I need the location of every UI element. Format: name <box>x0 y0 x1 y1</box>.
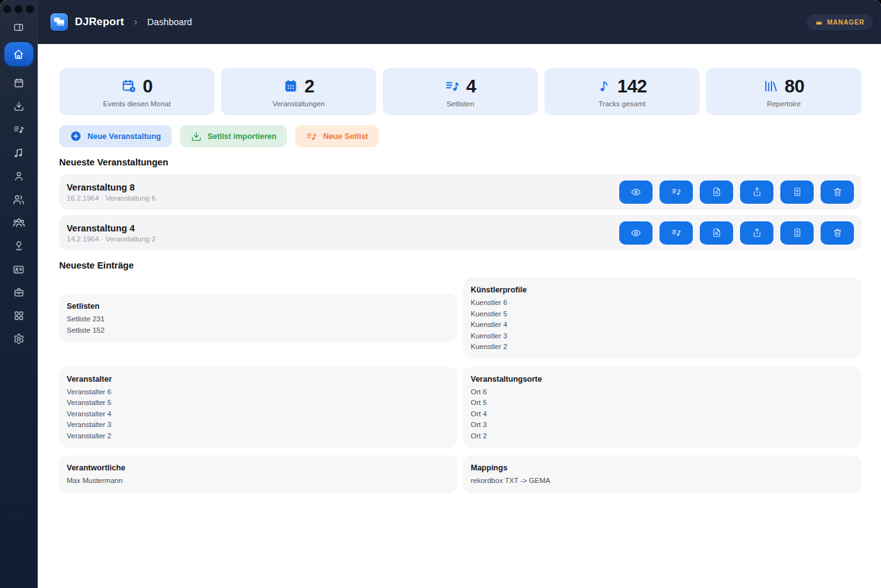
view-button[interactable] <box>619 221 653 245</box>
music-notes-icon <box>13 147 25 159</box>
briefcase-icon <box>13 287 25 298</box>
list-item: Kuenstler 4 <box>471 319 854 331</box>
entry-card-verantwortliche: Verantwortliche Max Mustermann <box>59 455 457 493</box>
app-logo-icon <box>50 13 68 31</box>
id-badge-icon <box>792 187 802 197</box>
sidebar-item-apps[interactable] <box>4 309 33 322</box>
sidebar-item-tracks[interactable] <box>4 147 33 159</box>
details-button[interactable] <box>700 180 733 204</box>
sidebar-item-groups[interactable] <box>4 216 33 229</box>
entry-card-mappings: Mappings rekordbox TXT -> GEMA <box>463 455 861 493</box>
list-item: Ort 4 <box>471 409 854 420</box>
manager-badge-label: MANAGER <box>827 18 865 26</box>
list-item: Veranstalter 5 <box>67 397 450 409</box>
breadcrumb: DJReport Dashboard <box>50 13 192 31</box>
library-icon <box>763 79 778 94</box>
event-info: Veranstaltung 8 16.2.1964 · Veranstaltun… <box>67 182 155 202</box>
map-pin-icon <box>13 240 25 252</box>
sidebar-item-venues[interactable] <box>4 240 33 252</box>
stat-value: 80 <box>785 76 804 97</box>
entry-card-kuenstlerprofile: Künstlerprofile Kuenstler 6 Kuenstler 5 … <box>463 277 861 359</box>
new-setlist-button-label: Neue Setlist <box>323 132 368 141</box>
setlist-icon <box>445 79 460 94</box>
file-search-icon <box>712 187 722 197</box>
stat-label: Repertoire <box>767 100 801 108</box>
entry-card-veranstalter: Veranstalter Veranstalter 6 Veranstalter… <box>59 367 457 448</box>
id-badge-icon <box>792 228 802 238</box>
setlist-icon <box>13 124 25 135</box>
setlist-button[interactable] <box>659 180 693 204</box>
stat-card-tracks[interactable]: 142 Tracks gesamt <box>544 68 700 115</box>
eye-icon <box>631 228 641 238</box>
sidebar-item-contacts[interactable] <box>4 263 33 275</box>
crown-icon <box>815 18 823 26</box>
view-button[interactable] <box>619 180 653 204</box>
entry-card-title: Mappings <box>471 462 854 475</box>
sidebar-item-setlists[interactable] <box>4 123 33 136</box>
calendar-clock-icon <box>121 79 137 94</box>
setlist-icon <box>671 187 682 197</box>
sidebar-item-dashboard[interactable] <box>4 42 33 66</box>
setlist-button[interactable] <box>659 221 693 245</box>
list-item: Setliste 231 <box>67 314 450 325</box>
app-window: DJReport Dashboard MANAGER 0 Events dies… <box>0 0 881 588</box>
sidebar <box>0 0 38 588</box>
share-button[interactable] <box>740 180 773 204</box>
event-row-actions <box>619 221 854 245</box>
chevron-right-icon <box>132 18 140 26</box>
sidebar-item-settings[interactable] <box>4 333 33 345</box>
new-event-button-label: Neue Veranstaltung <box>87 132 161 141</box>
plus-circle-icon <box>70 130 82 142</box>
list-item: Ort 3 <box>471 419 854 431</box>
sidebar-item-workspace[interactable] <box>4 286 33 299</box>
sidebar-item-calendar[interactable] <box>4 77 33 89</box>
list-item: Kuenstler 6 <box>471 297 854 309</box>
details-button[interactable] <box>700 221 733 245</box>
event-list: Veranstaltung 8 16.2.1964 · Veranstaltun… <box>59 174 861 250</box>
window-controls <box>3 5 34 13</box>
list-item: Ort 5 <box>471 397 854 409</box>
sidebar-item-import[interactable] <box>4 100 33 113</box>
stat-card-veranstaltungen[interactable]: 2 Veranstaltungen <box>221 68 376 115</box>
import-tray-icon <box>191 131 202 142</box>
list-item: Veranstalter 4 <box>67 409 450 420</box>
import-setlist-button-label: Setlist importieren <box>208 132 277 141</box>
sidebar-item-artists[interactable] <box>4 170 33 182</box>
music-note-icon <box>597 79 611 93</box>
delete-button[interactable] <box>821 180 854 204</box>
delete-button[interactable] <box>821 221 854 245</box>
export-button[interactable] <box>780 221 814 245</box>
new-setlist-button[interactable]: Neue Setlist <box>295 125 379 147</box>
maximize-window-icon[interactable] <box>26 5 34 13</box>
list-item: Kuenstler 3 <box>471 331 854 342</box>
dashboard-content: 0 Events diesen Monat 2 Veranstaltungen … <box>38 44 881 588</box>
new-event-button[interactable]: Neue Veranstaltung <box>59 125 172 147</box>
calendar-icon <box>13 77 25 89</box>
stat-label: Tracks gesamt <box>598 100 646 108</box>
trash-icon <box>833 187 843 197</box>
import-setlist-button[interactable]: Setlist importieren <box>180 125 288 147</box>
stat-value: 0 <box>143 76 153 97</box>
stat-card-setlisten[interactable]: 4 Setlisten <box>383 68 538 115</box>
trash-icon <box>833 228 843 238</box>
sidebar-toggle-button[interactable] <box>12 21 25 34</box>
setlist-icon <box>306 131 317 142</box>
stat-value: 4 <box>466 76 476 97</box>
minimize-window-icon[interactable] <box>14 5 23 13</box>
stat-card-events-month[interactable]: 0 Events diesen Monat <box>59 68 215 115</box>
export-button[interactable] <box>780 180 814 204</box>
sidebar-item-organizers[interactable] <box>4 193 33 206</box>
eye-icon <box>631 187 641 197</box>
close-window-icon[interactable] <box>3 5 11 13</box>
sidebar-nav <box>4 42 33 345</box>
event-row-actions <box>619 180 854 204</box>
event-info: Veranstaltung 4 14.2.1964 · Veranstaltun… <box>67 223 155 243</box>
share-button[interactable] <box>740 221 773 245</box>
list-item: Max Mustermann <box>67 475 450 487</box>
entry-card-title: Verantwortliche <box>67 462 450 475</box>
event-title: Veranstaltung 4 <box>67 223 155 233</box>
entry-card-title: Veranstalter <box>67 374 450 387</box>
stat-card-repertoire[interactable]: 80 Repertoire <box>706 68 861 115</box>
page-title: Dashboard <box>147 17 192 27</box>
event-subtitle: 14.2.1964 · Veranstaltung 2 <box>67 235 155 243</box>
